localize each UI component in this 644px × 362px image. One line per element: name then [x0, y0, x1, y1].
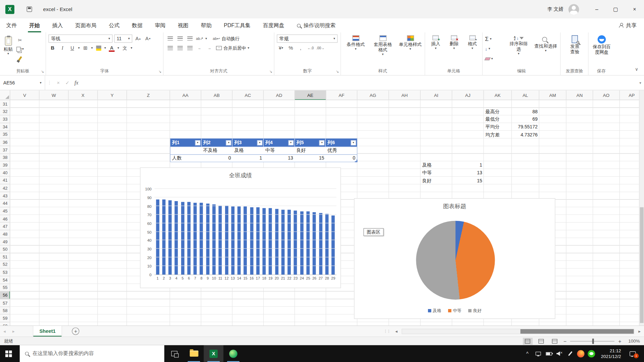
row-header-44[interactable]: 44	[0, 200, 10, 207]
sheet-nav-prev-button[interactable]: ◂	[0, 328, 9, 334]
horizontal-scrollbar[interactable]	[402, 328, 634, 334]
cell-AL32[interactable]: 88	[512, 108, 539, 116]
formula-bar-expand-button[interactable]: ▾	[637, 81, 644, 85]
row-header-60[interactable]: 60	[0, 322, 10, 325]
italic-button[interactable]: I	[58, 44, 66, 52]
cell-AK33[interactable]: 最低分	[484, 115, 512, 123]
clear-button[interactable]: ▾	[485, 54, 504, 63]
table-header-cell[interactable]: 列3▾	[232, 139, 264, 146]
cells-area[interactable]: 全班成绩 0102030405060708090100 123456789101…	[10, 100, 639, 325]
legend-item[interactable]: 及格	[428, 308, 441, 313]
column-header-W[interactable]: W	[40, 90, 69, 100]
cell-AK34[interactable]: 平均分	[484, 123, 512, 131]
pen-tray-button[interactable]	[565, 345, 575, 362]
row-header-53[interactable]: 53	[0, 268, 10, 276]
column-header-AF[interactable]: AF	[326, 90, 357, 100]
align-right-button[interactable]	[185, 44, 194, 52]
cell-AI39[interactable]: 及格	[421, 161, 452, 169]
sheet-nav-next-button[interactable]: ▸	[9, 328, 18, 334]
bar-chart[interactable]: 全班成绩 0102030405060708090100 123456789101…	[140, 168, 341, 288]
row-header-54[interactable]: 54	[0, 276, 10, 284]
row-header-37[interactable]: 37	[0, 146, 10, 154]
row-header-33[interactable]: 33	[0, 115, 10, 123]
view-normal-button[interactable]	[523, 338, 533, 345]
cancel-button[interactable]: ×	[54, 80, 63, 85]
excel-taskbar-button[interactable]: X	[204, 345, 223, 362]
ribbon-tab-review[interactable]: 审阅	[149, 18, 172, 33]
save-to-baidu-button[interactable]: 保存到百度网盘	[591, 35, 613, 56]
row-header-57[interactable]: 57	[0, 299, 10, 307]
comma-style-button[interactable]: ,	[297, 44, 305, 52]
column-header-AB[interactable]: AB	[201, 90, 232, 100]
hscroll-right-button[interactable]: ▸	[635, 328, 644, 334]
save-button[interactable]	[24, 4, 34, 14]
align-top-button[interactable]	[166, 35, 174, 43]
fill-button[interactable]: ↓▾	[485, 44, 504, 53]
row-header-45[interactable]: 45	[0, 207, 10, 215]
zoom-slider[interactable]	[570, 341, 614, 341]
zoom-in-button[interactable]: +	[618, 338, 621, 344]
battery-tray-button[interactable]	[544, 345, 553, 362]
column-header-Y[interactable]: Y	[98, 90, 127, 100]
network-tray-button[interactable]	[533, 345, 543, 362]
cell-AI40[interactable]: 中等	[421, 169, 452, 177]
autosum-button[interactable]: Σ▾	[485, 35, 504, 44]
table-cell[interactable]: 1	[232, 154, 264, 162]
new-sheet-button[interactable]: +	[72, 327, 79, 335]
column-header-AH[interactable]: AH	[389, 90, 421, 100]
number-format-select[interactable]: 常规▾	[277, 35, 337, 43]
column-header-AD[interactable]: AD	[264, 90, 295, 100]
table-header-cell[interactable]: 列2▾	[202, 139, 233, 146]
zoom-slider-thumb[interactable]	[592, 339, 594, 344]
row-header-42[interactable]: 42	[0, 184, 10, 192]
increase-font-button[interactable]: A▴	[134, 35, 142, 43]
borders-button[interactable]: ⊞	[81, 44, 89, 52]
insert-cells-button[interactable]: + 插入▾	[430, 35, 441, 51]
horizontal-scrollbar-thumb[interactable]	[520, 329, 634, 333]
row-header-40[interactable]: 40	[0, 169, 10, 177]
column-header-AG[interactable]: AG	[357, 90, 389, 100]
row-header-31[interactable]: 31	[0, 100, 10, 108]
hscroll-left-button[interactable]: ◂	[392, 328, 401, 334]
table-cell[interactable]	[170, 146, 202, 154]
cut-button[interactable]: ✂	[16, 36, 24, 44]
column-header-V[interactable]: V	[10, 90, 40, 100]
insert-function-button[interactable]: fx	[72, 79, 81, 86]
column-header-X[interactable]: X	[68, 90, 98, 100]
grades-table[interactable]: 列1▾列2▾列3▾列4▾列5▾列6▾不及格及格中等良好优秀人数0113150	[170, 138, 357, 162]
scrollbar-grip[interactable]: ⋮⋮	[382, 329, 392, 333]
cell-AI41[interactable]: 良好	[421, 177, 452, 184]
account-name[interactable]: 李 文婧	[547, 6, 564, 13]
column-header-AL[interactable]: AL	[512, 90, 539, 100]
filter-button[interactable]: ▾	[226, 140, 231, 145]
start-button[interactable]	[0, 345, 20, 362]
fill-color-button[interactable]	[95, 44, 103, 52]
filter-button[interactable]: ▾	[351, 140, 356, 145]
hidden-icons-button[interactable]: ^	[523, 345, 532, 362]
minimize-button[interactable]: –	[587, 0, 606, 18]
ribbon-tab-view[interactable]: 视图	[172, 18, 195, 33]
ribbon-tab-insert[interactable]: 插入	[46, 18, 69, 33]
filter-button[interactable]: ▾	[319, 140, 325, 145]
increase-indent-button[interactable]: →	[205, 44, 213, 52]
vertical-scrollbar[interactable]	[639, 90, 644, 325]
delete-cells-button[interactable]: × 删除▾	[448, 35, 460, 51]
row-header-35[interactable]: 35	[0, 131, 10, 138]
cell-AL34[interactable]: 79.55172	[512, 123, 539, 131]
alignment-dialog-launcher[interactable]: ↘	[269, 70, 272, 73]
row-header-52[interactable]: 52	[0, 261, 10, 268]
cell-AK35[interactable]: 均方差	[484, 131, 512, 138]
taskbar-clock[interactable]: 21:12 2021/12/2	[597, 348, 625, 359]
format-painter-button[interactable]	[16, 54, 24, 62]
formula-input[interactable]	[81, 75, 637, 90]
cell-AK32[interactable]: 最高分	[484, 108, 512, 116]
tell-me-search[interactable]: 操作说明搜索	[297, 22, 335, 29]
percent-button[interactable]: %	[287, 44, 295, 52]
ribbon-tab-help[interactable]: 帮助	[195, 18, 218, 33]
firefox-tray-button[interactable]	[576, 345, 586, 362]
row-header-49[interactable]: 49	[0, 238, 10, 246]
cell-styles-button[interactable]: 单元格样式▾	[397, 35, 423, 52]
taskbar-search[interactable]: 在这里输入你要搜索的内容	[20, 345, 164, 362]
view-page-break-button[interactable]	[550, 338, 559, 345]
format-cells-button[interactable]: • 格式▾	[467, 35, 478, 51]
